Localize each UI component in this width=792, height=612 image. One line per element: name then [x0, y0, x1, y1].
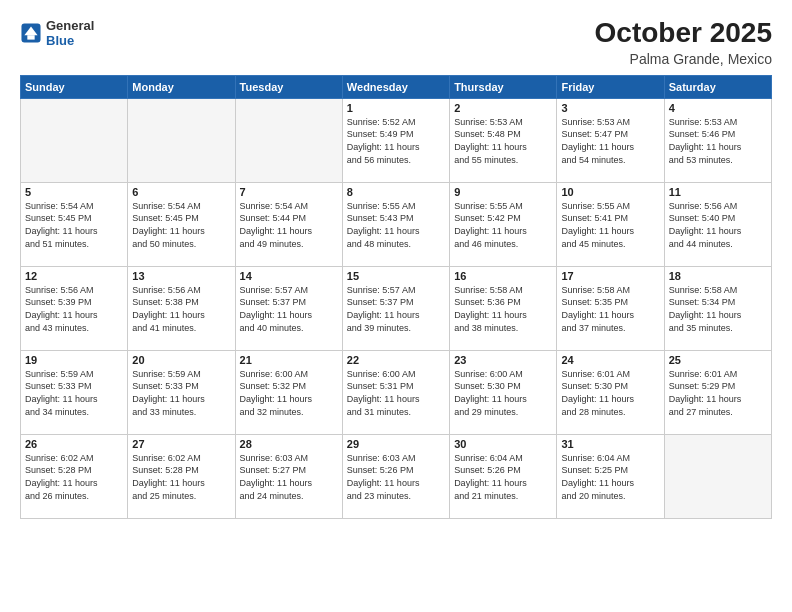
day-info: Sunrise: 6:01 AM Sunset: 5:30 PM Dayligh… [561, 368, 659, 418]
day-number: 20 [132, 354, 230, 366]
logo: General Blue [20, 18, 94, 48]
day-info: Sunrise: 5:58 AM Sunset: 5:34 PM Dayligh… [669, 284, 767, 334]
day-number: 24 [561, 354, 659, 366]
location: Palma Grande, Mexico [595, 51, 772, 67]
calendar-cell: 13Sunrise: 5:56 AM Sunset: 5:38 PM Dayli… [128, 266, 235, 350]
day-number: 11 [669, 186, 767, 198]
calendar-cell: 12Sunrise: 5:56 AM Sunset: 5:39 PM Dayli… [21, 266, 128, 350]
day-info: Sunrise: 5:56 AM Sunset: 5:38 PM Dayligh… [132, 284, 230, 334]
day-number: 23 [454, 354, 552, 366]
week-row: 5Sunrise: 5:54 AM Sunset: 5:45 PM Daylig… [21, 182, 772, 266]
day-number: 29 [347, 438, 445, 450]
calendar-cell: 19Sunrise: 5:59 AM Sunset: 5:33 PM Dayli… [21, 350, 128, 434]
title-block: October 2025 Palma Grande, Mexico [595, 18, 772, 67]
calendar-cell [235, 98, 342, 182]
calendar-cell: 18Sunrise: 5:58 AM Sunset: 5:34 PM Dayli… [664, 266, 771, 350]
day-number: 14 [240, 270, 338, 282]
day-number: 30 [454, 438, 552, 450]
weekday-header-row: SundayMondayTuesdayWednesdayThursdayFrid… [21, 75, 772, 98]
day-number: 5 [25, 186, 123, 198]
day-info: Sunrise: 5:58 AM Sunset: 5:36 PM Dayligh… [454, 284, 552, 334]
calendar-cell: 5Sunrise: 5:54 AM Sunset: 5:45 PM Daylig… [21, 182, 128, 266]
logo-text: General Blue [46, 18, 94, 48]
day-number: 25 [669, 354, 767, 366]
calendar-cell: 29Sunrise: 6:03 AM Sunset: 5:26 PM Dayli… [342, 434, 449, 518]
calendar-cell: 28Sunrise: 6:03 AM Sunset: 5:27 PM Dayli… [235, 434, 342, 518]
calendar-cell: 4Sunrise: 5:53 AM Sunset: 5:46 PM Daylig… [664, 98, 771, 182]
week-row: 26Sunrise: 6:02 AM Sunset: 5:28 PM Dayli… [21, 434, 772, 518]
day-info: Sunrise: 5:53 AM Sunset: 5:46 PM Dayligh… [669, 116, 767, 166]
svg-rect-2 [27, 35, 34, 39]
day-info: Sunrise: 6:00 AM Sunset: 5:31 PM Dayligh… [347, 368, 445, 418]
weekday-header: Thursday [450, 75, 557, 98]
day-number: 12 [25, 270, 123, 282]
weekday-header: Tuesday [235, 75, 342, 98]
calendar-cell: 26Sunrise: 6:02 AM Sunset: 5:28 PM Dayli… [21, 434, 128, 518]
day-number: 3 [561, 102, 659, 114]
calendar-cell: 1Sunrise: 5:52 AM Sunset: 5:49 PM Daylig… [342, 98, 449, 182]
day-number: 6 [132, 186, 230, 198]
day-number: 31 [561, 438, 659, 450]
calendar-cell: 30Sunrise: 6:04 AM Sunset: 5:26 PM Dayli… [450, 434, 557, 518]
calendar-cell: 22Sunrise: 6:00 AM Sunset: 5:31 PM Dayli… [342, 350, 449, 434]
day-info: Sunrise: 6:00 AM Sunset: 5:32 PM Dayligh… [240, 368, 338, 418]
calendar-cell: 3Sunrise: 5:53 AM Sunset: 5:47 PM Daylig… [557, 98, 664, 182]
day-info: Sunrise: 5:58 AM Sunset: 5:35 PM Dayligh… [561, 284, 659, 334]
day-number: 7 [240, 186, 338, 198]
week-row: 12Sunrise: 5:56 AM Sunset: 5:39 PM Dayli… [21, 266, 772, 350]
day-info: Sunrise: 5:59 AM Sunset: 5:33 PM Dayligh… [132, 368, 230, 418]
day-info: Sunrise: 5:59 AM Sunset: 5:33 PM Dayligh… [25, 368, 123, 418]
day-number: 9 [454, 186, 552, 198]
day-info: Sunrise: 5:55 AM Sunset: 5:41 PM Dayligh… [561, 200, 659, 250]
calendar-cell: 25Sunrise: 6:01 AM Sunset: 5:29 PM Dayli… [664, 350, 771, 434]
day-info: Sunrise: 6:04 AM Sunset: 5:25 PM Dayligh… [561, 452, 659, 502]
day-info: Sunrise: 5:53 AM Sunset: 5:48 PM Dayligh… [454, 116, 552, 166]
day-number: 10 [561, 186, 659, 198]
calendar: SundayMondayTuesdayWednesdayThursdayFrid… [20, 75, 772, 519]
day-number: 17 [561, 270, 659, 282]
day-info: Sunrise: 5:56 AM Sunset: 5:39 PM Dayligh… [25, 284, 123, 334]
day-number: 21 [240, 354, 338, 366]
calendar-cell: 15Sunrise: 5:57 AM Sunset: 5:37 PM Dayli… [342, 266, 449, 350]
logo-icon [20, 22, 42, 44]
weekday-header: Wednesday [342, 75, 449, 98]
day-info: Sunrise: 5:53 AM Sunset: 5:47 PM Dayligh… [561, 116, 659, 166]
week-row: 1Sunrise: 5:52 AM Sunset: 5:49 PM Daylig… [21, 98, 772, 182]
day-info: Sunrise: 6:03 AM Sunset: 5:26 PM Dayligh… [347, 452, 445, 502]
calendar-cell: 6Sunrise: 5:54 AM Sunset: 5:45 PM Daylig… [128, 182, 235, 266]
day-number: 27 [132, 438, 230, 450]
day-info: Sunrise: 6:03 AM Sunset: 5:27 PM Dayligh… [240, 452, 338, 502]
calendar-cell: 11Sunrise: 5:56 AM Sunset: 5:40 PM Dayli… [664, 182, 771, 266]
logo-blue-text: Blue [46, 33, 94, 48]
day-number: 13 [132, 270, 230, 282]
calendar-cell: 10Sunrise: 5:55 AM Sunset: 5:41 PM Dayli… [557, 182, 664, 266]
day-info: Sunrise: 5:54 AM Sunset: 5:45 PM Dayligh… [25, 200, 123, 250]
header: General Blue October 2025 Palma Grande, … [20, 18, 772, 67]
day-info: Sunrise: 5:56 AM Sunset: 5:40 PM Dayligh… [669, 200, 767, 250]
month-title: October 2025 [595, 18, 772, 49]
day-info: Sunrise: 5:52 AM Sunset: 5:49 PM Dayligh… [347, 116, 445, 166]
day-number: 22 [347, 354, 445, 366]
calendar-cell: 16Sunrise: 5:58 AM Sunset: 5:36 PM Dayli… [450, 266, 557, 350]
calendar-cell [664, 434, 771, 518]
calendar-cell [128, 98, 235, 182]
day-info: Sunrise: 6:02 AM Sunset: 5:28 PM Dayligh… [132, 452, 230, 502]
weekday-header: Sunday [21, 75, 128, 98]
logo-general-text: General [46, 18, 94, 33]
calendar-cell: 9Sunrise: 5:55 AM Sunset: 5:42 PM Daylig… [450, 182, 557, 266]
weekday-header: Saturday [664, 75, 771, 98]
calendar-cell: 24Sunrise: 6:01 AM Sunset: 5:30 PM Dayli… [557, 350, 664, 434]
day-info: Sunrise: 6:04 AM Sunset: 5:26 PM Dayligh… [454, 452, 552, 502]
day-info: Sunrise: 5:55 AM Sunset: 5:42 PM Dayligh… [454, 200, 552, 250]
day-number: 18 [669, 270, 767, 282]
day-number: 28 [240, 438, 338, 450]
day-info: Sunrise: 5:57 AM Sunset: 5:37 PM Dayligh… [240, 284, 338, 334]
day-info: Sunrise: 5:54 AM Sunset: 5:44 PM Dayligh… [240, 200, 338, 250]
weekday-header: Friday [557, 75, 664, 98]
day-number: 15 [347, 270, 445, 282]
calendar-cell: 7Sunrise: 5:54 AM Sunset: 5:44 PM Daylig… [235, 182, 342, 266]
calendar-cell: 2Sunrise: 5:53 AM Sunset: 5:48 PM Daylig… [450, 98, 557, 182]
day-info: Sunrise: 5:54 AM Sunset: 5:45 PM Dayligh… [132, 200, 230, 250]
day-number: 8 [347, 186, 445, 198]
day-info: Sunrise: 6:02 AM Sunset: 5:28 PM Dayligh… [25, 452, 123, 502]
